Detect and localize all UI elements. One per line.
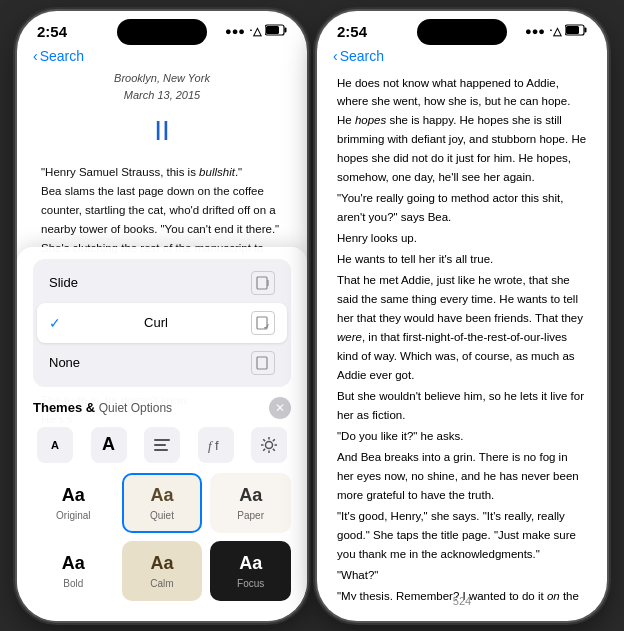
theme-quiet[interactable]: Aa Quiet	[122, 473, 203, 533]
right-para-10: "What?"	[337, 566, 587, 585]
theme-calm[interactable]: Aa Calm	[122, 541, 203, 601]
theme-focus-label: Focus	[237, 578, 264, 589]
right-para-2: "You're really going to method actor thi…	[337, 189, 587, 227]
right-battery-icon	[565, 24, 587, 38]
svg-line-18	[273, 448, 275, 450]
book-date: March 13, 2015	[41, 87, 283, 105]
theme-bold[interactable]: Aa Bold	[33, 541, 114, 601]
scroll-slide-label: Slide	[49, 275, 78, 290]
theme-quiet-label: Quiet	[150, 510, 174, 521]
signal-icon: ●●●	[225, 25, 245, 37]
font-type-icon[interactable]: f f	[198, 427, 234, 463]
right-signal-icon: ●●●	[525, 25, 545, 37]
svg-rect-5	[257, 317, 267, 329]
back-button-right[interactable]: ‹ Search	[333, 48, 384, 64]
theme-original-text: Aa	[62, 485, 85, 506]
phones-container: 2:54 ●●● ⋅△ ‹ Search	[0, 0, 624, 631]
chevron-left-icon: ‹	[33, 48, 38, 64]
scroll-none-label: None	[49, 355, 80, 370]
scroll-options: Slide ✓ Curl	[33, 259, 291, 387]
svg-line-20	[263, 448, 265, 450]
svg-rect-8	[154, 444, 166, 446]
theme-calm-text: Aa	[150, 553, 173, 574]
scroll-curl-icon	[251, 311, 275, 335]
overlay-panel: Slide ✓ Curl	[17, 247, 307, 621]
svg-rect-1	[285, 28, 287, 33]
brightness-icon[interactable]	[251, 427, 287, 463]
svg-rect-9	[154, 449, 168, 451]
right-time: 2:54	[337, 23, 367, 40]
svg-text:f: f	[215, 438, 219, 453]
checkmark-icon: ✓	[49, 315, 61, 331]
right-para-6: But she wouldn't believe him, so he lets…	[337, 387, 587, 425]
theme-paper-text: Aa	[239, 485, 262, 506]
book-location: Brooklyn, New York	[41, 70, 283, 88]
left-time: 2:54	[37, 23, 67, 40]
theme-paper[interactable]: Aa Paper	[210, 473, 291, 533]
svg-point-12	[266, 441, 273, 448]
svg-rect-22	[585, 28, 587, 33]
scroll-option-slide[interactable]: Slide	[37, 263, 287, 303]
scroll-slide-icon	[251, 271, 275, 295]
right-nav: ‹ Search	[317, 44, 607, 70]
right-para-1: He does not know what happened to Addie,…	[337, 74, 587, 188]
svg-rect-3	[257, 277, 267, 289]
scroll-option-none[interactable]: None	[37, 343, 287, 383]
svg-rect-2	[266, 26, 279, 34]
right-wifi-icon: ⋅△	[549, 25, 561, 38]
font-controls: A A f f	[33, 427, 291, 463]
theme-quiet-text: Aa	[150, 485, 173, 506]
font-style-icon[interactable]	[144, 427, 180, 463]
theme-original-label: Original	[56, 510, 90, 521]
back-button-left[interactable]: ‹ Search	[33, 48, 84, 64]
right-chevron-left-icon: ‹	[333, 48, 338, 64]
scroll-curl-label: Curl	[144, 315, 168, 330]
battery-icon	[265, 24, 287, 38]
left-phone: 2:54 ●●● ⋅△ ‹ Search	[17, 11, 307, 621]
wifi-icon: ⋅△	[249, 25, 261, 38]
scroll-none-icon	[251, 351, 275, 375]
right-para-3: Henry looks up.	[337, 229, 587, 248]
right-para-9: "It's good, Henry," she says. "It's real…	[337, 507, 587, 564]
close-button[interactable]: ✕	[269, 397, 291, 419]
font-decrease-button[interactable]: A	[37, 427, 73, 463]
page-number: 524	[453, 595, 471, 607]
theme-bold-label: Bold	[63, 578, 83, 589]
svg-line-19	[273, 439, 275, 441]
dynamic-island	[117, 19, 207, 45]
font-increase-button[interactable]: A	[91, 427, 127, 463]
theme-calm-label: Calm	[150, 578, 173, 589]
book-para-1: "Henry Samuel Strauss, this is bullshit.…	[41, 163, 283, 182]
book-chapter: II	[41, 109, 283, 154]
right-para-8: And Bea breaks into a grin. There is no …	[337, 448, 587, 505]
right-para-5: That he met Addie, just like he wrote, t…	[337, 271, 587, 385]
left-nav: ‹ Search	[17, 44, 307, 70]
theme-paper-label: Paper	[237, 510, 264, 521]
svg-rect-7	[154, 439, 170, 441]
right-para-4: He wants to tell her it's all true.	[337, 250, 587, 269]
svg-text:f: f	[208, 438, 214, 453]
theme-grid: Aa Original Aa Quiet Aa Paper Aa Bold Aa	[33, 473, 291, 601]
book-content-right: He does not know what happened to Addie,…	[317, 70, 607, 600]
themes-title: Themes & Quiet Options	[33, 400, 172, 415]
scroll-option-curl[interactable]: ✓ Curl	[37, 303, 287, 343]
right-status-icons: ●●● ⋅△	[525, 24, 587, 38]
right-phone: 2:54 ●●● ⋅△ ‹ Search He	[317, 11, 607, 621]
svg-rect-23	[566, 26, 579, 34]
right-para-7: "Do you like it?" he asks.	[337, 427, 587, 446]
book-header: Brooklyn, New York March 13, 2015 II	[41, 70, 283, 154]
svg-line-17	[263, 439, 265, 441]
left-status-icons: ●●● ⋅△	[225, 24, 287, 38]
theme-focus[interactable]: Aa Focus	[210, 541, 291, 601]
themes-header: Themes & Quiet Options ✕	[33, 397, 291, 419]
theme-focus-text: Aa	[239, 553, 262, 574]
theme-original[interactable]: Aa Original	[33, 473, 114, 533]
right-dynamic-island	[417, 19, 507, 45]
theme-bold-text: Aa	[62, 553, 85, 574]
svg-rect-6	[257, 357, 267, 369]
